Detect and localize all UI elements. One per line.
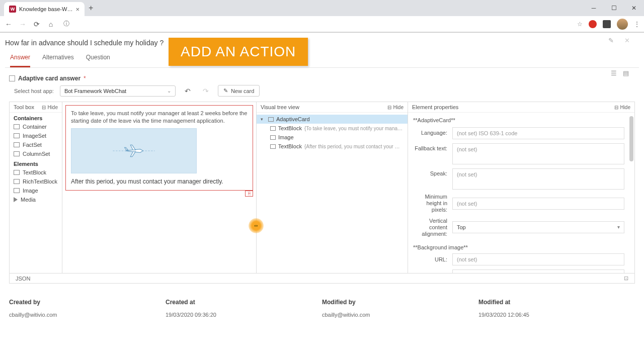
- prop-fallback-input[interactable]: (not set): [452, 143, 624, 164]
- hostapp-select[interactable]: Bot Framework WebChat ⌄: [60, 85, 176, 97]
- props-bgimage-heading: **Background image**: [413, 241, 624, 253]
- json-label: JSON: [16, 276, 30, 282]
- page-tabs: Answer Alternatives Question: [5, 51, 639, 68]
- created-at-label: Created at: [166, 299, 322, 306]
- new-card-button[interactable]: ✎ New card: [218, 85, 260, 97]
- toolbox-item-imageset[interactable]: ImageSet: [10, 131, 62, 140]
- toolbox-item-container[interactable]: Container: [10, 122, 62, 131]
- browser-menu-icon[interactable]: ⋮: [634, 21, 640, 28]
- grid-view-icon[interactable]: ▤: [623, 69, 629, 77]
- tree-node-textblock-2[interactable]: TextBlock {After this period, you must c…: [257, 142, 408, 151]
- airplane-icon: [111, 138, 156, 163]
- toolbox-hide-button[interactable]: ⊟Hide: [42, 105, 58, 110]
- prop-fillmode-label: Fill mode:: [413, 273, 452, 273]
- pane-resize-handle[interactable]: ⇔: [249, 218, 264, 233]
- json-panel-header[interactable]: JSON ⊡: [9, 274, 635, 284]
- question-title: How far in advance should I schedule my …: [5, 39, 639, 47]
- tree-text-icon: [270, 144, 276, 149]
- props-title: Element properties: [412, 104, 458, 110]
- prop-valign-select[interactable]: Top▾: [452, 221, 624, 233]
- nav-back-icon[interactable]: ←: [4, 20, 13, 28]
- tree-body: ▾ AdaptiveCard TextBlock {To take leave,…: [257, 113, 408, 153]
- toolbox-header: Tool box ⊟Hide: [10, 102, 62, 113]
- edit-icon[interactable]: ✎: [608, 37, 614, 44]
- undo-button[interactable]: ↶: [182, 87, 194, 95]
- canvas-pane: To take leave, you must notify your mana…: [62, 102, 256, 273]
- toolbox-item-columnset[interactable]: ColumnSet: [10, 149, 62, 158]
- tab-answer[interactable]: Answer: [10, 51, 30, 67]
- properties-pane: Element properties ⊟Hide **AdaptiveCard*…: [408, 102, 634, 273]
- toolbox-item-image[interactable]: Image: [10, 186, 62, 195]
- window-minimize[interactable]: ─: [584, 0, 604, 16]
- browser-chrome: W Knowledge base-Witivio × + ─ ☐ ✕ ← → ⟳…: [0, 0, 644, 33]
- json-expand-icon[interactable]: ⊡: [624, 275, 628, 282]
- window-close[interactable]: ✕: [624, 0, 644, 16]
- close-panel-icon[interactable]: ✕: [624, 37, 630, 44]
- nav-reload-icon[interactable]: ⟳: [32, 20, 41, 28]
- nav-forward-icon[interactable]: →: [18, 20, 27, 28]
- modified-by-label: Modified by: [322, 299, 478, 306]
- hostapp-value: Bot Framework WebChat: [64, 88, 126, 94]
- modified-by-value: cbailly@witivio.com: [322, 312, 478, 318]
- address-bar[interactable]: ⓘ: [60, 20, 572, 28]
- tree-node-textblock-1[interactable]: TextBlock {To take leave, you must notif…: [257, 124, 408, 133]
- prop-language-input[interactable]: (not set) ISO 639-1 code: [452, 127, 624, 139]
- card-textblock-1[interactable]: To take leave, you must notify your mana…: [71, 110, 248, 125]
- section-title: Adaptive card answer: [18, 75, 80, 82]
- new-card-label: New card: [231, 88, 254, 94]
- tab-alternatives[interactable]: Alternatives: [42, 51, 74, 67]
- bookmark-icon[interactable]: ☆: [577, 21, 583, 28]
- prop-minheight-label: Minimum height in pixels:: [413, 194, 452, 214]
- extension-icon-1[interactable]: [589, 20, 597, 28]
- toolbox-containers-header: Containers: [10, 113, 62, 122]
- props-element-heading: **AdaptiveCard**: [413, 116, 624, 127]
- prop-speak-input[interactable]: (not set): [452, 168, 624, 190]
- tree-card-icon: [268, 117, 274, 122]
- tree-node-image[interactable]: Image: [257, 133, 408, 142]
- prop-valign-label: Vertical content alignment:: [413, 218, 452, 238]
- modified-at-value: 19/03/2020 12:06:45: [478, 312, 635, 318]
- toolbox-item-media[interactable]: Media: [10, 195, 62, 204]
- adaptive-card-preview[interactable]: To take leave, you must notify your mana…: [65, 105, 253, 191]
- toolbox-item-richtextblock[interactable]: RichTextBlock: [10, 177, 62, 186]
- props-scrollbar[interactable]: [629, 116, 633, 161]
- window-controls: ─ ☐ ✕: [584, 0, 644, 16]
- card-image[interactable]: [71, 128, 197, 173]
- tree-hide-button[interactable]: ⊟Hide: [387, 105, 404, 110]
- tab-favicon: W: [9, 6, 16, 13]
- tree-expand-icon[interactable]: ▾: [261, 117, 266, 122]
- tab-title: Knowledge base-Witivio: [19, 6, 72, 12]
- profile-avatar[interactable]: [617, 19, 628, 30]
- tab-close-icon[interactable]: ×: [75, 6, 79, 13]
- view-toggle-icons: ☰ ▤: [611, 69, 629, 77]
- prop-url-label: URL:: [413, 256, 452, 263]
- required-indicator: *: [84, 75, 86, 82]
- section-header: Adaptive card answer *: [0, 68, 644, 85]
- tab-question[interactable]: Question: [86, 51, 110, 67]
- prop-minheight-input[interactable]: (not set): [452, 198, 624, 210]
- address-row: ← → ⟳ ⌂ ⓘ ☆ ⋮: [0, 16, 644, 32]
- list-view-icon[interactable]: ☰: [611, 69, 617, 77]
- nav-home-icon[interactable]: ⌂: [46, 20, 55, 28]
- hostapp-row: Select host app: Bot Framework WebChat ⌄…: [0, 85, 644, 102]
- props-hide-button[interactable]: ⊟Hide: [614, 105, 630, 110]
- prop-fillmode-select[interactable]: Cover▾: [452, 269, 624, 273]
- browser-tab[interactable]: W Knowledge base-Witivio ×: [4, 2, 85, 16]
- tree-node-adaptivecard[interactable]: ▾ AdaptiveCard: [257, 115, 408, 124]
- new-card-icon: ✎: [223, 87, 228, 94]
- created-at-value: 19/03/2020 09:36:20: [166, 312, 322, 318]
- extension-icon-2[interactable]: [603, 20, 611, 28]
- card-textblock-2[interactable]: After this period, you must contact your…: [71, 177, 248, 186]
- section-checkbox-icon[interactable]: [9, 75, 15, 81]
- toolbox-item-factset[interactable]: FactSet: [10, 140, 62, 149]
- redo-button[interactable]: ↷: [200, 87, 212, 95]
- card-action-handle[interactable]: ⎘: [245, 191, 253, 197]
- new-tab-button[interactable]: +: [89, 4, 93, 13]
- prop-url-input[interactable]: (not set): [452, 253, 624, 265]
- site-info-icon[interactable]: ⓘ: [63, 20, 69, 28]
- window-maximize[interactable]: ☐: [604, 0, 624, 16]
- tree-title: Visual tree view: [261, 104, 299, 110]
- toolbox-item-textblock[interactable]: TextBlock: [10, 168, 62, 177]
- tab-strip: W Knowledge base-Witivio × + ─ ☐ ✕: [0, 0, 644, 16]
- chevron-down-icon: ⌄: [167, 88, 171, 94]
